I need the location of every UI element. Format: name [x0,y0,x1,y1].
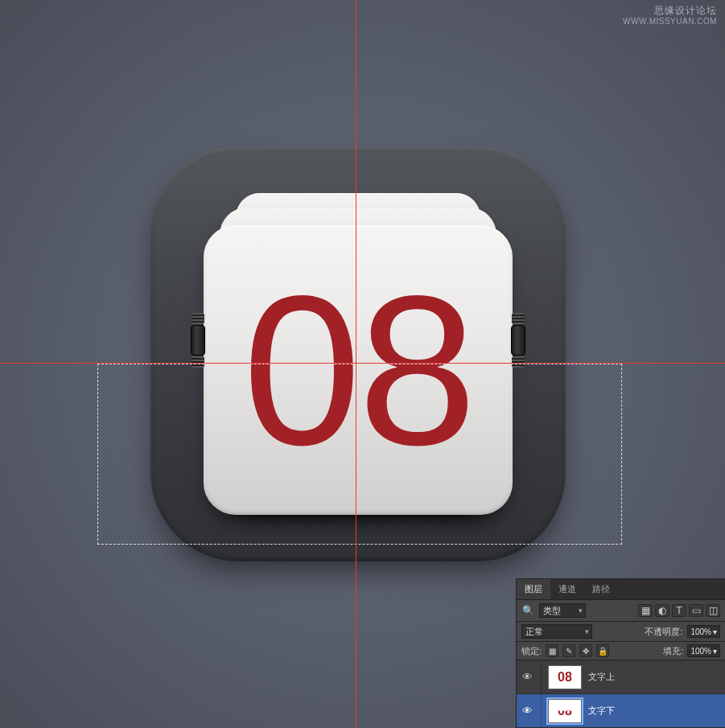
lock-row: 锁定: ▦ ✎ ✥ 🔒 填充: 100% ▾ [517,642,725,660]
text-filter-icon[interactable]: T [672,604,686,617]
tab-paths[interactable]: 路径 [584,579,618,599]
opacity-label: 不透明度: [645,626,682,638]
hinge-left [191,325,205,356]
smart-filter-icon[interactable]: ◫ [706,604,720,617]
layer-filter-row: 🔍 类型 ▦ ◐ T ▭ ◫ [517,600,725,622]
watermark: 思缘设计论坛 WWW.MISSYUAN.COM [623,5,717,27]
card-front: 08 [204,225,513,515]
card-stack: 08 [204,193,513,515]
panel-tabs: 图层 通道 路径 [517,579,725,600]
layer-item[interactable]: 👁 08 文字下 [517,694,725,728]
tab-channels[interactable]: 通道 [550,579,584,599]
lock-brush-icon[interactable]: ✎ [562,644,575,657]
filter-kind-dropdown[interactable]: 类型 [539,603,586,618]
layer-name[interactable]: 文字上 [588,671,722,683]
fill-label: 填充: [663,645,683,657]
guide-vertical[interactable] [356,0,356,728]
watermark-title: 思缘设计论坛 [623,5,717,16]
guide-horizontal[interactable] [0,363,725,364]
opacity-field[interactable]: 100% ▾ [687,625,720,638]
visibility-toggle-icon[interactable]: 👁 [520,705,534,717]
lock-all-icon[interactable]: 🔒 [596,644,609,657]
layer-item[interactable]: 👁 08 文字上 [517,660,725,694]
layer-thumbnail[interactable]: 08 [548,665,582,689]
watermark-url: WWW.MISSYUAN.COM [623,16,717,27]
flip-number: 08 [204,225,513,515]
tab-layers[interactable]: 图层 [517,579,550,599]
layers-panel[interactable]: 图层 通道 路径 🔍 类型 ▦ ◐ T ▭ ◫ 正常 不透明度: 100% ▾ … [516,578,725,728]
blend-row: 正常 不透明度: 100% ▾ [517,622,725,642]
layer-thumbnail[interactable]: 08 [548,699,582,723]
shape-filter-icon[interactable]: ▭ [689,604,703,617]
visibility-toggle-icon[interactable]: 👁 [520,671,534,683]
hinge-right [511,325,525,356]
layer-list: 👁 08 文字上 👁 08 文字下 [517,660,725,728]
adjust-filter-icon[interactable]: ◐ [655,604,669,617]
lock-position-icon[interactable]: ✥ [579,644,592,657]
blend-mode-dropdown[interactable]: 正常 [521,624,592,639]
fill-field[interactable]: 100% ▾ [687,644,720,657]
flip-clock-icon-base: 08 [150,146,566,561]
layer-name[interactable]: 文字下 [588,705,722,717]
search-icon[interactable]: 🔍 [521,604,534,617]
image-filter-icon[interactable]: ▦ [638,604,653,617]
lock-label: 锁定: [521,645,542,657]
lock-pixels-icon[interactable]: ▦ [546,644,558,657]
